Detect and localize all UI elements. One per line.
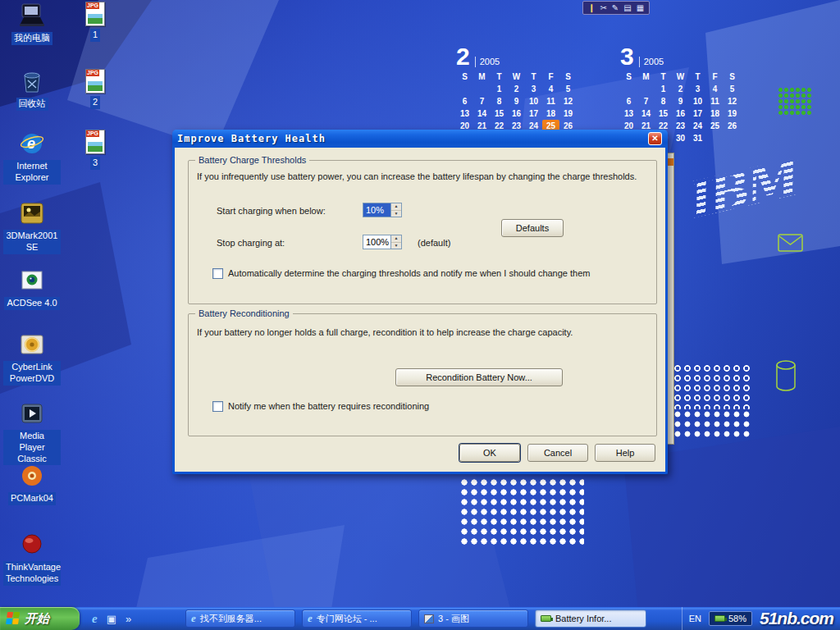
recondition-battery-button[interactable]: Recondition Battery Now... [395, 368, 563, 386]
spin-up-icon[interactable]: ▲ [391, 203, 401, 211]
threshold-description: If you infrequently use battery power, y… [197, 171, 637, 181]
calendar-date: 30 [672, 132, 689, 144]
dialog-titlebar[interactable]: Improve Battery Health [172, 130, 668, 148]
calendar-day-header: F [542, 71, 559, 83]
desktop-icon-pcmark04[interactable]: PCMark04 [3, 462, 61, 505]
checkbox-box[interactable] [212, 268, 223, 279]
desktop-icon-label: 1 [90, 29, 100, 42]
pcmark-icon [18, 462, 46, 490]
jpg-file-icon: JPG [85, 2, 105, 26]
notify-recondition-checkbox[interactable]: Notify me when the battery requires reco… [212, 401, 429, 412]
internet-explorer-icon: e [18, 130, 46, 158]
quick-launch-ie-icon[interactable]: e [92, 612, 98, 626]
defaults-button[interactable]: Defaults [501, 219, 564, 237]
checkbox-label: Notify me when the battery requires reco… [228, 401, 429, 411]
calendar-day-header: T [655, 71, 672, 83]
desktop-icon-label: 2 [90, 96, 100, 109]
calendar-date: 13 [456, 107, 473, 120]
calendar-month: 2 [456, 46, 470, 67]
calendar-date: 12 [559, 95, 577, 107]
start-charging-spinner[interactable]: 10% ▲▼ [363, 203, 402, 217]
help-button[interactable]: Help [595, 444, 655, 462]
calendar-date: 23 [672, 120, 689, 132]
desktop-icon-my-computer[interactable]: 我的电脑 [3, 2, 61, 45]
desktop-icon-internet-explorer[interactable]: e Internet Explorer [3, 130, 61, 185]
monitor-icon[interactable]: ▤ [623, 2, 631, 14]
calendar-date: 5 [724, 83, 741, 95]
battery-tray-indicator[interactable]: 58% [709, 611, 752, 626]
calendar-day-header: W [672, 71, 689, 83]
desktop-icon-jpg-3[interactable]: JPG 3 [77, 130, 113, 170]
close-button[interactable]: ✕ [648, 132, 662, 145]
auto-determine-checkbox[interactable]: Automatically determine the charging thr… [212, 268, 590, 279]
media-player-classic-icon [18, 399, 46, 427]
desktop-icon-recycle-bin[interactable]: 回收站 [3, 67, 61, 111]
group-title: Battery Reconditioning [195, 308, 293, 318]
calendar-date: 14 [473, 107, 491, 120]
show-desktop-icon[interactable]: ▣ [107, 613, 116, 625]
jpg-badge: JPG [86, 70, 99, 76]
ring-dots-pattern-right [673, 363, 751, 409]
ie-icon: e [191, 612, 196, 625]
spin-up-icon[interactable]: ▲ [391, 235, 401, 243]
default-note: (default) [418, 238, 450, 248]
calendar-date: 2 [672, 83, 689, 95]
calendar-day-header: S [559, 71, 577, 83]
calendar-day-header: T [491, 71, 508, 83]
calendar-date: 18 [706, 107, 724, 120]
start-charging-label: Start charging when below: [217, 206, 326, 216]
calendar-date: 2 [508, 83, 525, 95]
taskbar-button-server-not-found[interactable]: e 找不到服务器... [185, 609, 295, 628]
stop-charging-spinner[interactable]: 100% ▲▼ [363, 235, 402, 249]
ok-button[interactable]: OK [459, 444, 520, 462]
start-button[interactable]: 开始 [0, 607, 80, 630]
scissors-icon[interactable]: ✂ [600, 2, 606, 14]
pen-icon[interactable]: ✎ [612, 2, 619, 14]
spin-down-icon[interactable]: ▼ [391, 211, 401, 217]
desktop-icon-jpg-2[interactable]: JPG 2 [77, 69, 113, 109]
taskbar-button-forum[interactable]: e 专门网论坛 - ... [302, 609, 412, 628]
desktop-icon-acdsee[interactable]: ACDSee 4.0 [3, 267, 61, 310]
calendar-date: 11 [706, 95, 724, 107]
calendar-day-header: T [525, 71, 542, 83]
calendar-month: 3 [620, 46, 634, 67]
jpg-badge: JPG [86, 2, 99, 9]
calendar-date [706, 132, 724, 144]
envelope-icon [778, 233, 804, 253]
notes-icon[interactable]: ▦ [637, 2, 644, 14]
thinkvantage-icon [18, 531, 46, 559]
desktop-icon-label: 回收站 [16, 98, 48, 111]
calendar-date [620, 83, 637, 95]
calendar-day-header: T [689, 71, 706, 83]
jpg-file-icon: JPG [85, 69, 105, 94]
system-tray: EN 58% 51nb.com [682, 607, 840, 630]
stop-charging-label: Stop charging at: [217, 238, 285, 248]
desktop-icon-3dmark2001[interactable]: 3DMark2001 SE [3, 199, 61, 254]
desktop-icon-label: CyberLink PowerDVD [3, 361, 61, 386]
calendar-date [724, 132, 741, 144]
taskbar-button-paint[interactable]: 3 - 画图 [418, 609, 528, 628]
battery-icon [714, 615, 725, 622]
green-grid-pattern [778, 87, 812, 116]
desktop-icon-label: 我的电脑 [11, 32, 52, 45]
calendar-date: 31 [689, 132, 706, 144]
desktop-icon-media-player-classic[interactable]: Media Player Classic [3, 399, 61, 465]
desktop-icon-thinkvantage[interactable]: ThinkVantage Technologies [3, 531, 61, 586]
taskbar-button-label: 3 - 画图 [438, 613, 469, 625]
desktop-icon-powerdvd[interactable]: CyberLink PowerDVD [3, 331, 61, 386]
calendar-date: 18 [542, 107, 559, 120]
quick-launch-overflow-chevron[interactable]: » [126, 613, 131, 625]
language-indicator[interactable]: EN [689, 614, 701, 623]
desktop-icon-jpg-1[interactable]: JPG 1 [77, 2, 113, 42]
calendar-date: 19 [724, 107, 741, 120]
calendar-day-header: M [637, 71, 655, 83]
spin-down-icon[interactable]: ▼ [391, 243, 401, 249]
paint-icon [424, 614, 434, 623]
checkbox-box[interactable] [212, 401, 223, 412]
cancel-button[interactable]: Cancel [527, 444, 588, 462]
power-icon[interactable]: ❙ [588, 2, 595, 14]
taskbar-button-battery-information[interactable]: Battery Infor... [535, 609, 646, 628]
calendar-date: 24 [689, 120, 706, 132]
background-window-icon [668, 158, 673, 166]
battery-charge-thresholds-group: Battery Charge Thresholds If you infrequ… [188, 160, 657, 304]
